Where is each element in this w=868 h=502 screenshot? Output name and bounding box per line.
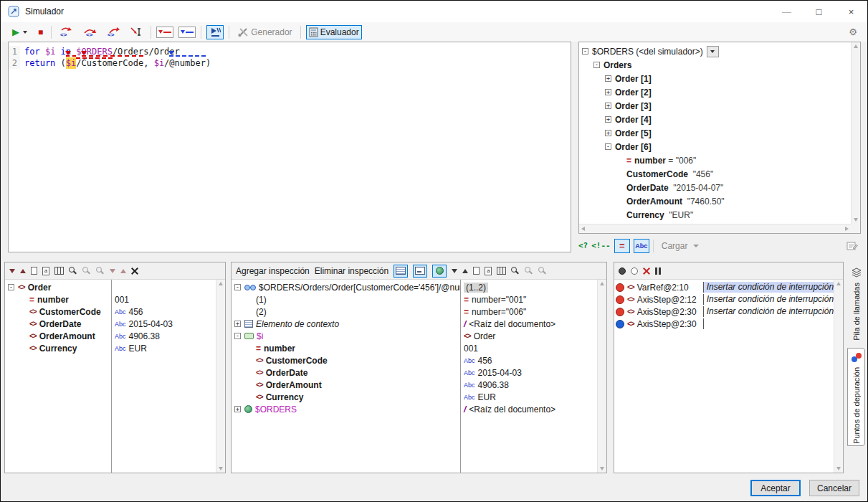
collapse-icon[interactable]: - [593,62,600,68]
scroll-up-icon[interactable] [836,282,841,285]
move-up-icon[interactable] [462,269,468,273]
tree-row[interactable]: +Order [1] [579,72,851,85]
expand-icon[interactable]: + [234,321,241,327]
scroll-down-icon[interactable] [600,467,604,470]
tree-row[interactable]: +Elemento de contexto/<Raíz del document… [232,318,597,330]
column-divider[interactable] [460,280,461,473]
nav-up-icon[interactable] [120,269,126,273]
accept-button[interactable]: Aceptar [750,480,801,496]
minimize-button[interactable]: — [771,1,803,22]
view-compact-toggle[interactable] [413,265,427,278]
breakpoint-filled-icon[interactable] [619,267,626,275]
tree-row[interactable]: -$ORDERS (<del simulador>) [579,44,851,58]
tree-row[interactable]: +Order [2] [579,85,851,99]
insert-breakpoint-button[interactable] [156,27,173,38]
move-up-icon[interactable] [20,269,26,273]
tree-row[interactable]: <>OrderAmountAbc4906.38 [5,330,216,342]
expand-icon[interactable]: + [605,75,611,82]
tree-row[interactable]: <>CustomerCodeAbc456 [5,306,216,318]
generator-button[interactable]: Generador [234,25,295,39]
copy-icon[interactable] [473,267,480,275]
scroll-down-icon[interactable] [854,218,858,222]
tree-row[interactable]: <>CustomerCodeAbc456 [232,354,597,366]
tree-row[interactable]: -<>Order [5,281,216,293]
load-button[interactable]: Cargar [662,241,688,251]
scroll-left-icon[interactable] [581,227,585,231]
remove-all-breakpoints-icon[interactable] [643,267,650,275]
variable-source-dropdown[interactable] [707,46,719,57]
breakpoint-row[interactable]: <>VarRef@2:10Insertar condición de inter… [614,281,834,293]
collapse-icon[interactable]: - [234,333,241,339]
tree-row[interactable]: <>CurrencyAbcEUR [232,391,597,403]
step-over-button[interactable]: <> [80,24,99,39]
search-icon[interactable] [69,267,77,275]
breakpoint-condition[interactable] [703,318,834,329]
view-details-toggle[interactable] [394,265,408,278]
tree-row[interactable]: OrderDate "2015-04-07" [579,181,851,194]
column-divider[interactable] [111,280,112,473]
breakpoint-outline-icon[interactable] [631,267,638,275]
breakpoint-condition[interactable]: Insertar condición de interrupción [703,306,834,317]
expand-icon[interactable]: + [605,130,611,136]
expand-icon[interactable]: + [605,103,611,109]
tree-row[interactable]: -$ORDERS/Orders/Order[CustomerCode='456'… [232,281,597,293]
tree-row[interactable]: OrderAmount "7460.50" [579,194,851,208]
columns-icon[interactable] [497,267,506,275]
step-out-button[interactable]: <> [104,24,123,39]
breakpoint-row[interactable]: <>AxisStep@2:30 [614,318,834,330]
expand-icon[interactable]: + [605,116,611,123]
stop-button[interactable]: ■ [35,26,46,39]
collapse-icon[interactable]: - [8,284,14,290]
evaluator-button[interactable]: Evaluador [306,25,362,39]
tree-row[interactable]: =number = "006" [579,153,851,167]
collapse-icon[interactable]: - [234,284,241,290]
copy-all-icon[interactable] [42,267,49,275]
tree-row[interactable]: -Orders [579,58,851,72]
cancel-button[interactable]: Cancelar [809,480,859,496]
scroll-down-icon[interactable] [219,467,223,470]
scroll-up-icon[interactable] [219,282,223,285]
breakpoint-condition[interactable]: Insertar condición de interrupción [703,294,834,305]
maximize-button[interactable]: □ [803,1,835,22]
scroll-up-icon[interactable] [854,44,858,48]
close-button[interactable]: × [835,1,867,22]
search-next-icon[interactable] [525,267,533,275]
code-line[interactable]: 2return ($i/CustomerCode, $i/@number) [9,57,571,69]
columns-icon[interactable] [54,267,64,275]
tree-row[interactable]: +Order [4] [579,113,851,126]
scroll-right-icon[interactable] [845,227,849,231]
scroll-down-icon[interactable] [836,467,841,470]
move-down-icon[interactable] [452,269,457,273]
move-down-icon[interactable] [9,269,15,273]
tree-row[interactable]: <>OrderDateAbc2015-04-03 [232,366,597,379]
tree-row[interactable]: +$ORDERS/<Raíz del documento> [232,403,597,415]
breakpoint-row[interactable]: <>AxisStep@2:12Insertar condición de int… [614,293,834,306]
copy-all-icon[interactable] [485,267,492,275]
tree-row[interactable]: <>OrderAmountAbc4906.38 [232,379,597,391]
tree-row[interactable]: CustomerCode "456" [579,167,851,181]
vertical-scrollbar[interactable] [851,42,860,224]
breakpoint-row[interactable]: <>AxisStep@2:30Insertar condición de int… [614,306,834,318]
comment-icon[interactable]: <!-- [591,241,611,250]
vertical-scrollbar[interactable] [834,280,843,473]
remove-watch-button[interactable]: Eliminar inspección [315,266,388,276]
run-button[interactable]: ▶ [9,25,30,39]
tree-row[interactable]: (1)=number="001" [232,293,597,306]
tree-row[interactable]: =number001 [232,342,597,354]
view-global-toggle[interactable] [432,265,447,278]
tab-call-stack[interactable]: Pila de llamadas [847,263,865,348]
run-to-cursor-button[interactable] [128,24,146,39]
tree-row[interactable]: =number001 [5,293,216,306]
insert-tracepoint-button[interactable] [178,27,196,38]
search-prev-icon[interactable] [538,267,547,275]
debug-mode-toggle[interactable] [206,25,224,39]
collapse-icon[interactable]: - [605,143,611,150]
scroll-up-icon[interactable] [600,282,604,285]
tree-row[interactable]: Currency "EUR" [579,208,851,222]
pause-icon[interactable] [655,267,661,275]
tree-row[interactable]: +Order [5] [579,126,851,140]
search-icon[interactable] [511,267,520,275]
show-text-toggle[interactable]: Abc [634,239,649,253]
collapse-icon[interactable]: - [582,48,588,55]
tree-row[interactable]: <>CurrencyAbcEUR [5,342,216,354]
